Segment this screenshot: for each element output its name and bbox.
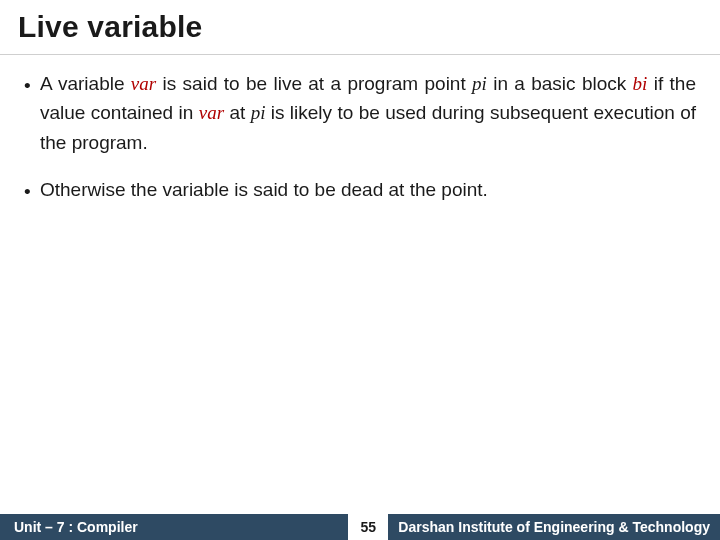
slide: Live variable • A variable var is said t… (0, 0, 720, 540)
bullet-1-text: A variable var is said to be live at a p… (40, 69, 696, 157)
bullet-2-text: Otherwise the variable is said to be dea… (40, 175, 696, 206)
bullet-1-mid4: at (229, 102, 250, 123)
bullet-dot-icon: • (24, 69, 40, 157)
footer-unit: Unit – 7 : Compiler (0, 514, 152, 540)
slide-title: Live variable (18, 10, 702, 44)
bullet-1-mid2: in a basic block (493, 73, 632, 94)
math-bi: bi (633, 73, 648, 94)
math-pi-1: pi (472, 73, 487, 94)
footer-page-number: 55 (348, 514, 388, 540)
bullet-2: • Otherwise the variable is said to be d… (24, 175, 696, 206)
math-pi-2: pi (251, 102, 266, 123)
footer-spacer (152, 514, 349, 540)
math-var-1: var (131, 73, 156, 94)
title-area: Live variable (0, 0, 720, 50)
bullet-1-mid1: is said to be live at a program point (163, 73, 473, 94)
bullet-dot-icon: • (24, 175, 40, 206)
footer-institute: Darshan Institute of Engineering & Techn… (388, 514, 720, 540)
bullet-1-pre: A variable (40, 73, 131, 94)
bullet-1: • A variable var is said to be live at a… (24, 69, 696, 157)
math-var-2: var (199, 102, 224, 123)
footer-bar: Unit – 7 : Compiler 55 Darshan Institute… (0, 514, 720, 540)
content-area: • A variable var is said to be live at a… (0, 55, 720, 207)
